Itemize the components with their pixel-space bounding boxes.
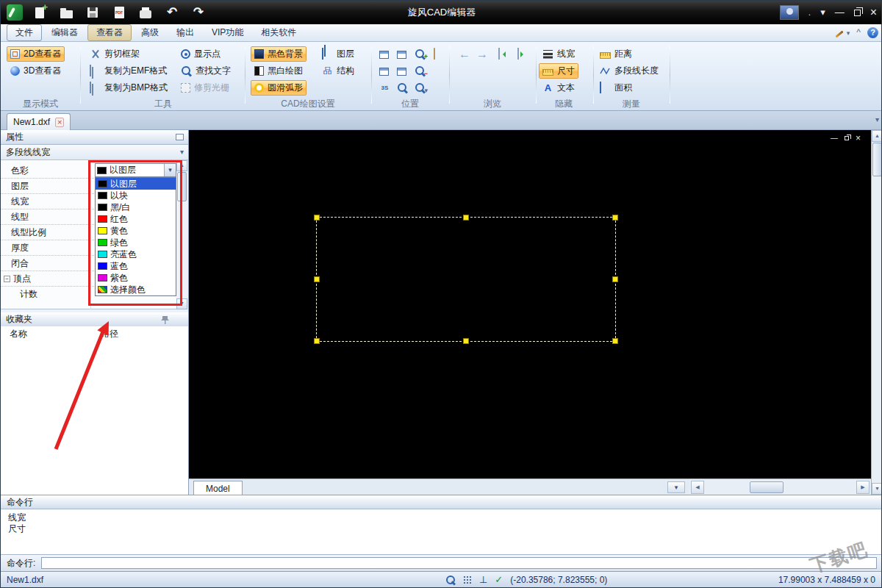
arc-icon — [254, 83, 264, 93]
save-button[interactable] — [83, 3, 102, 22]
group-separator — [371, 46, 372, 104]
pin-icon[interactable] — [161, 315, 169, 325]
document-tab[interactable]: New1.dxf × — [7, 113, 71, 130]
back-button[interactable]: ← — [455, 46, 474, 62]
scroll-up-icon[interactable]: ▲ — [872, 130, 882, 142]
measure-distance-button[interactable]: 距离 — [596, 46, 636, 62]
canvas-vertical-scrollbar[interactable]: ▲ ▼ — [871, 130, 882, 495]
scrollbar-thumb[interactable] — [872, 143, 882, 176]
tabbar-expand-icon[interactable]: ▾ — [875, 115, 879, 124]
forward-button[interactable]: → — [473, 46, 492, 62]
layers-button[interactable]: 图层 — [318, 46, 358, 62]
black-background-button[interactable]: 黑色背景 — [251, 46, 306, 62]
grid-snap-icon[interactable] — [463, 576, 472, 584]
next-page-icon — [517, 48, 519, 60]
prev-view-button[interactable] — [495, 46, 513, 62]
model-tab[interactable]: Model — [193, 481, 243, 495]
copy-emf-button[interactable]: 复制为EMF格式 — [86, 63, 171, 79]
tab-close-icon[interactable]: × — [55, 118, 64, 127]
zoom-previous-button[interactable] — [393, 80, 412, 96]
minimize-button[interactable]: — — [835, 7, 845, 18]
smooth-arc-button[interactable]: 圆滑弧形 — [251, 80, 306, 96]
canvas-minimize-icon[interactable]: — — [831, 134, 838, 143]
scrollbar-thumb[interactable] — [750, 481, 784, 493]
structure-button[interactable]: 品结构 — [318, 63, 358, 79]
canvas-horizontal-scrollbar[interactable]: ◀ ▶ — [689, 478, 871, 495]
cursor-coordinates: (-20.35786; 7.823555; 0) — [510, 575, 607, 585]
clip-frame-button[interactable]: 剪切框架 — [86, 46, 143, 62]
zoom-scale-button[interactable]: ▾ — [411, 80, 429, 96]
canvas-close-icon[interactable]: × — [856, 133, 861, 143]
3s-view-button[interactable]: 3S — [376, 80, 394, 96]
collapse-box-icon[interactable]: − — [4, 276, 10, 282]
export-pdf-button[interactable]: PDF — [110, 3, 129, 22]
menu-viewer[interactable]: 查看器 — [87, 24, 132, 40]
collapse-ribbon-button[interactable]: ^ — [856, 27, 861, 37]
grip-handle[interactable] — [612, 276, 618, 282]
2d-viewer-button[interactable]: 2D查看器 — [7, 46, 65, 62]
fit-window-button[interactable] — [376, 46, 392, 62]
drawing-canvas[interactable]: — × — [189, 130, 871, 478]
style-pencil-button[interactable]: ▾ — [835, 27, 850, 37]
command-input[interactable] — [41, 557, 877, 569]
scroll-left-icon[interactable]: ◀ — [691, 481, 704, 494]
pan-button[interactable] — [430, 46, 448, 62]
object-selector[interactable]: 多段线线宽 ▾ — [1, 145, 188, 160]
menu-editor[interactable]: 编辑器 — [43, 25, 86, 40]
hide-line-width-button[interactable]: 线宽 — [539, 46, 578, 62]
bw-drawing-button[interactable]: 黑白绘图 — [251, 63, 306, 79]
hand-icon — [434, 48, 435, 60]
copy-bmp-button[interactable]: 复制为BMP格式 — [86, 80, 171, 96]
trim-raster-button[interactable]: 修剪光栅 — [177, 80, 233, 96]
pdf-icon: PDF — [115, 7, 124, 18]
scissors-icon — [90, 49, 101, 60]
column-name[interactable]: 名称 — [10, 329, 27, 339]
zoom-selection-button[interactable] — [393, 63, 410, 79]
scroll-down-icon[interactable]: ▼ — [872, 483, 882, 495]
menu-file[interactable]: 文件 — [7, 24, 42, 40]
grip-handle[interactable] — [612, 338, 618, 344]
redo-button[interactable]: ↷ — [189, 3, 208, 22]
panel-menu-icon[interactable] — [176, 134, 184, 140]
menu-related-software[interactable]: 相关软件 — [253, 25, 304, 40]
menu-output[interactable]: 输出 — [168, 25, 202, 40]
osnap-check-icon[interactable]: ✓ — [495, 574, 503, 586]
selection-rectangle[interactable] — [316, 217, 616, 342]
grip-handle[interactable] — [314, 276, 320, 282]
zoom-out-button[interactable]: − — [411, 63, 429, 79]
zoom-status-icon[interactable] — [446, 576, 456, 585]
scroll-right-icon[interactable]: ▶ — [856, 481, 870, 494]
help-icon[interactable]: ? — [867, 27, 878, 38]
next-view-button[interactable] — [514, 46, 532, 62]
print-button[interactable] — [136, 3, 155, 22]
layout-expand-icon[interactable]: ▾ — [667, 481, 685, 493]
new-file-button[interactable] — [30, 3, 49, 22]
close-button[interactable]: × — [870, 5, 877, 19]
find-text-button[interactable]: 查找文字 — [177, 63, 234, 79]
titlebar-chevron-icon[interactable]: ▾ — [820, 7, 825, 18]
show-points-button[interactable]: 显示点 — [177, 46, 224, 62]
menu-advanced[interactable]: 高级 — [133, 25, 167, 40]
grip-handle[interactable] — [314, 215, 320, 220]
undo-button[interactable]: ↶ — [162, 3, 182, 22]
open-file-button[interactable] — [57, 3, 76, 22]
grip-handle[interactable] — [463, 215, 469, 220]
fit-width-button[interactable] — [393, 46, 410, 62]
measure-area-button[interactable]: 面积 — [596, 80, 636, 96]
zoom-in-button[interactable]: + — [411, 46, 429, 62]
measure-polyline-button[interactable]: 多段线长度 — [596, 63, 662, 79]
user-avatar[interactable] — [780, 5, 799, 20]
hide-dimension-button[interactable]: 尺寸 — [539, 63, 578, 79]
3d-viewer-button[interactable]: 3D查看器 — [7, 63, 65, 79]
grip-handle[interactable] — [612, 215, 618, 220]
grip-handle[interactable] — [314, 338, 320, 344]
hide-text-button[interactable]: A文本 — [539, 80, 578, 96]
layers-icon — [322, 48, 323, 60]
maximize-button[interactable] — [854, 10, 861, 16]
zoom-extent-button[interactable] — [376, 63, 392, 79]
ortho-icon[interactable]: ⊥ — [479, 574, 487, 586]
menu-vip[interactable]: VIP功能 — [204, 25, 251, 40]
black-background-icon — [254, 49, 264, 59]
canvas-restore-icon[interactable] — [845, 136, 849, 140]
grip-handle[interactable] — [463, 338, 469, 344]
